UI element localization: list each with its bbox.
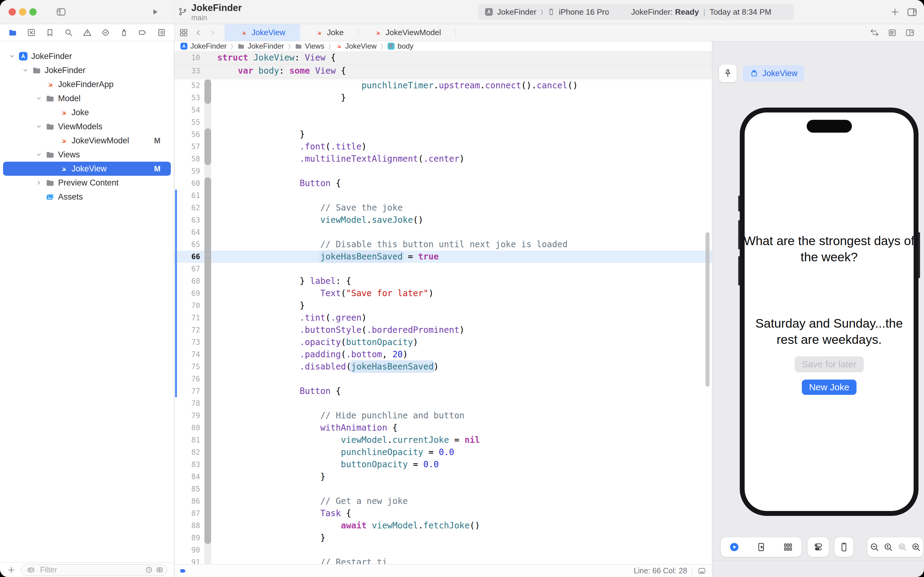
- line-number[interactable]: 59: [174, 165, 200, 177]
- project-navigator-icon[interactable]: [8, 28, 18, 37]
- code-line[interactable]: 71.tint(.green): [174, 312, 712, 324]
- disclosure-open-icon[interactable]: [34, 150, 43, 159]
- issues-navigator-icon[interactable]: [82, 28, 92, 37]
- line-number[interactable]: 72: [174, 324, 200, 336]
- debug-navigator-icon[interactable]: [119, 28, 129, 37]
- code-line[interactable]: 73.opacity(buttonOpacity): [174, 336, 712, 348]
- sidebar-item-preview-content[interactable]: Preview Content: [3, 176, 171, 190]
- line-number[interactable]: 33: [174, 64, 200, 77]
- code-line[interactable]: 53}: [174, 92, 712, 104]
- go-forward-icon[interactable]: [208, 28, 217, 37]
- code-line[interactable]: 84}: [174, 471, 712, 483]
- device-settings-icon[interactable]: [813, 542, 823, 552]
- line-number[interactable]: 84: [174, 471, 200, 483]
- disclosure-open-icon[interactable]: [34, 94, 43, 103]
- code-line[interactable]: 60Button {: [174, 177, 712, 190]
- breadcrumb-item-jokefinder[interactable]: JokeFinder: [180, 42, 227, 50]
- zoom-out-icon[interactable]: [869, 542, 880, 552]
- line-number[interactable]: 65: [174, 239, 200, 251]
- code-line[interactable]: 61: [174, 190, 712, 202]
- editor-layout-icon[interactable]: [697, 566, 707, 575]
- editor-options-icon[interactable]: [887, 28, 897, 38]
- line-number[interactable]: 55: [174, 116, 200, 128]
- source-change-bar[interactable]: [175, 190, 177, 397]
- code-line[interactable]: 88await viewModel.fetchJoke(): [174, 519, 712, 532]
- sidebar-item-model[interactable]: Model: [3, 91, 171, 105]
- line-number[interactable]: 91: [174, 556, 200, 564]
- line-number[interactable]: 78: [174, 397, 200, 409]
- line-number[interactable]: 74: [174, 348, 200, 361]
- disclosure-open-icon[interactable]: [7, 52, 16, 61]
- code-line[interactable]: 90: [174, 544, 712, 556]
- breakpoint-indicator-icon[interactable]: [179, 567, 188, 575]
- line-number[interactable]: 80: [174, 422, 200, 434]
- code-line[interactable]: 65// Disable this button until next joke…: [174, 239, 712, 251]
- code-line[interactable]: 74.padding(.bottom, 20): [174, 348, 712, 361]
- code-line[interactable]: 68} label: {: [174, 275, 712, 287]
- line-number[interactable]: 88: [174, 519, 200, 532]
- code-line[interactable]: 87Task {: [174, 507, 712, 519]
- fold-ribbon-segment[interactable]: [204, 177, 211, 544]
- preview-target-chip[interactable]: JokeView: [743, 65, 804, 82]
- line-number[interactable]: 61: [174, 190, 200, 202]
- sidebar-item-jokefinderapp[interactable]: JokeFinderApp: [3, 77, 171, 91]
- show-changes-icon[interactable]: [156, 566, 164, 574]
- filter-field[interactable]: Filter: [21, 564, 167, 576]
- sidebar-toggle-icon[interactable]: [56, 6, 67, 18]
- fold-ribbon-segment[interactable]: [204, 128, 211, 165]
- disclosure-open-icon[interactable]: [34, 122, 43, 131]
- code-line[interactable]: 69Text("Save for later"): [174, 287, 712, 300]
- code-line[interactable]: 85: [174, 483, 712, 495]
- line-number[interactable]: 81: [174, 434, 200, 446]
- add-editor-icon[interactable]: [905, 28, 915, 38]
- reports-navigator-icon[interactable]: [157, 28, 166, 37]
- run-destination[interactable]: iPhone 16 Pro: [559, 7, 609, 17]
- code-line[interactable]: 75.disabled(jokeHasBeenSaved): [174, 361, 712, 373]
- inspector-toggle-icon[interactable]: [906, 6, 918, 18]
- line-number[interactable]: 67: [174, 263, 200, 275]
- code-line[interactable]: 83buttonOpacity = 0.0: [174, 458, 712, 471]
- code-line[interactable]: 58.multilineTextAlignment(.center): [174, 153, 712, 165]
- disclosure-open-icon[interactable]: [21, 66, 30, 75]
- breadcrumb-item-body[interactable]: Pbody: [387, 42, 414, 50]
- breadcrumb-item-views[interactable]: Views: [295, 42, 325, 50]
- code-line[interactable]: 62// Save the joke: [174, 202, 712, 214]
- line-number[interactable]: 75: [174, 361, 200, 373]
- find-navigator-icon[interactable]: [64, 28, 73, 37]
- save-for-later-button[interactable]: Save for later: [794, 356, 863, 372]
- code-line[interactable]: 78: [174, 397, 712, 409]
- sidebar-item-joke[interactable]: Joke: [3, 105, 171, 119]
- code-line[interactable]: 67: [174, 263, 712, 275]
- new-joke-button[interactable]: New Joke: [802, 380, 857, 395]
- line-number[interactable]: 83: [174, 458, 200, 471]
- line-number[interactable]: 68: [174, 275, 200, 287]
- line-number[interactable]: 64: [174, 226, 200, 239]
- sidebar-item-views[interactable]: Views: [3, 148, 171, 162]
- code-line[interactable]: 66jokeHasBeenSaved = true: [174, 251, 712, 263]
- line-number[interactable]: 76: [174, 373, 200, 385]
- code-line[interactable]: 57.font(.title): [174, 140, 712, 153]
- code-line[interactable]: 79// Hide punchline and button: [174, 409, 712, 422]
- device-icon[interactable]: [839, 542, 849, 552]
- breakpoints-navigator-icon[interactable]: [138, 28, 148, 37]
- line-number[interactable]: 10: [174, 52, 200, 64]
- add-file-icon[interactable]: [7, 566, 16, 575]
- line-number[interactable]: 52: [174, 79, 200, 92]
- sidebar-item-assets[interactable]: Assets: [3, 190, 171, 204]
- sidebar-item-jokeview[interactable]: JokeViewM: [3, 162, 171, 176]
- zoom-in-icon[interactable]: [911, 542, 921, 552]
- code-line[interactable]: 63viewModel.saveJoke(): [174, 214, 712, 226]
- variants-mode-icon[interactable]: [783, 542, 793, 552]
- source-control-navigator-icon[interactable]: [27, 28, 36, 37]
- line-number[interactable]: 73: [174, 336, 200, 348]
- line-number[interactable]: 57: [174, 140, 200, 153]
- breadcrumb-item-jokeview[interactable]: JokeView: [335, 42, 377, 50]
- run-button[interactable]: [150, 7, 159, 16]
- code-line[interactable]: 70}: [174, 300, 712, 312]
- related-items-icon[interactable]: [179, 28, 188, 38]
- line-number[interactable]: 82: [174, 446, 200, 458]
- code-line[interactable]: 80withAnimation {: [174, 422, 712, 434]
- sidebar-item-viewmodels[interactable]: ViewModels: [3, 119, 171, 134]
- tab-jokeviewmodel[interactable]: JokeViewModel: [359, 24, 456, 41]
- minimize-window-button[interactable]: [19, 8, 26, 16]
